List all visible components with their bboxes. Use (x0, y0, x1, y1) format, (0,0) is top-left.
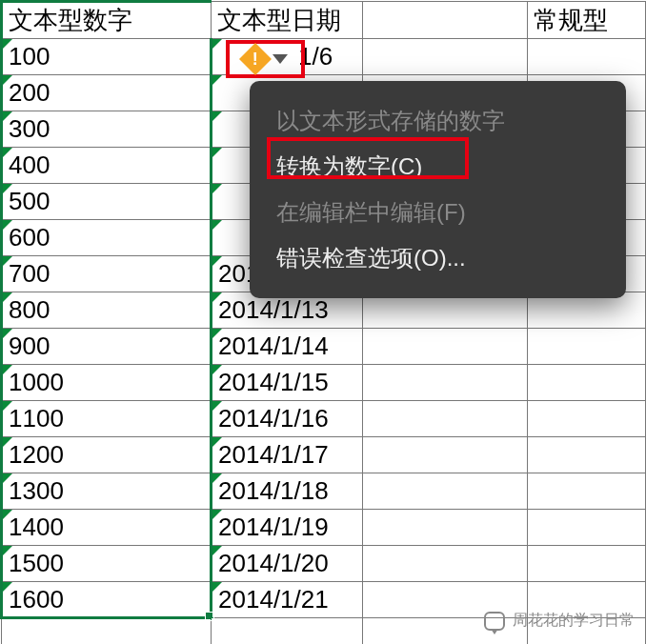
cell-a[interactable]: 600 (2, 220, 212, 256)
cell-b[interactable]: 2014/1/14 (212, 329, 363, 365)
error-context-menu: 以文本形式存储的数字 转换为数字(C) 在编辑栏中编辑(F) 错误检查选项(O)… (250, 81, 626, 298)
cell-c[interactable] (363, 39, 528, 75)
chevron-down-icon (273, 54, 288, 64)
cell-c[interactable] (363, 510, 528, 546)
cell-a[interactable] (2, 618, 212, 645)
cell-a[interactable]: 800 (2, 292, 212, 329)
cell-a[interactable]: 1400 (2, 510, 212, 546)
cell-c[interactable] (363, 401, 528, 437)
cell-a[interactable]: 1600 (2, 582, 212, 618)
cell-d[interactable] (528, 329, 646, 365)
cell-d[interactable] (528, 365, 646, 401)
cell-b[interactable]: 2014/1/20 (212, 546, 363, 582)
cell-a[interactable]: 500 (2, 184, 212, 220)
cell-a[interactable]: 200 (2, 75, 212, 111)
error-smart-tag[interactable]: ! (226, 40, 305, 78)
cell-c[interactable] (363, 437, 528, 473)
watermark: 周花花的学习日常 (484, 611, 635, 631)
warning-icon: ! (239, 43, 272, 75)
cell-a[interactable]: 1500 (2, 546, 212, 582)
header-col-a[interactable]: 文本型数字 (2, 2, 212, 39)
watermark-text: 周花花的学习日常 (513, 611, 635, 631)
cell-d[interactable] (528, 39, 646, 75)
menu-item-edit-in-formula-bar: 在编辑栏中编辑(F) (250, 190, 626, 235)
menu-item-stored-as-text: 以文本形式存储的数字 (250, 98, 626, 144)
cell-a[interactable]: 1000 (2, 365, 212, 401)
cell-d[interactable] (528, 473, 646, 510)
cell-a[interactable]: 1300 (2, 473, 212, 510)
menu-item-error-check-options[interactable]: 错误检查选项(O)... (250, 235, 626, 281)
cell-d[interactable] (528, 510, 646, 546)
cell-b[interactable]: 2014/1/16 (212, 401, 363, 437)
header-col-b[interactable]: 文本型日期 (212, 2, 363, 39)
cell-c[interactable] (363, 329, 528, 365)
speech-bubble-icon (484, 612, 505, 631)
cell-c[interactable] (363, 365, 528, 401)
cell-b[interactable]: 2014/1/19 (212, 510, 363, 546)
cell-d[interactable] (528, 546, 646, 582)
cell-b[interactable]: 2014/1/17 (212, 437, 363, 473)
cell-a[interactable]: 400 (2, 148, 212, 184)
cell-a[interactable]: 900 (2, 329, 212, 365)
cell-d[interactable] (528, 401, 646, 437)
cell-a[interactable]: 300 (2, 111, 212, 148)
cell-c[interactable] (363, 546, 528, 582)
cell-a[interactable]: 1200 (2, 437, 212, 473)
cell-b[interactable] (212, 618, 363, 645)
cell-a[interactable]: 100 (2, 39, 212, 75)
cell-a[interactable]: 700 (2, 256, 212, 292)
cell-d[interactable] (528, 437, 646, 473)
header-col-c[interactable] (363, 2, 528, 39)
header-col-d[interactable]: 常规型 (528, 2, 646, 39)
cell-a[interactable]: 1100 (2, 401, 212, 437)
cell-c[interactable] (363, 473, 528, 510)
menu-item-convert-to-number[interactable]: 转换为数字(C) (250, 144, 626, 190)
cell-b[interactable]: 2014/1/18 (212, 473, 363, 510)
cell-b[interactable]: 2014/1/15 (212, 365, 363, 401)
cell-b[interactable]: 2014/1/21 (212, 582, 363, 618)
